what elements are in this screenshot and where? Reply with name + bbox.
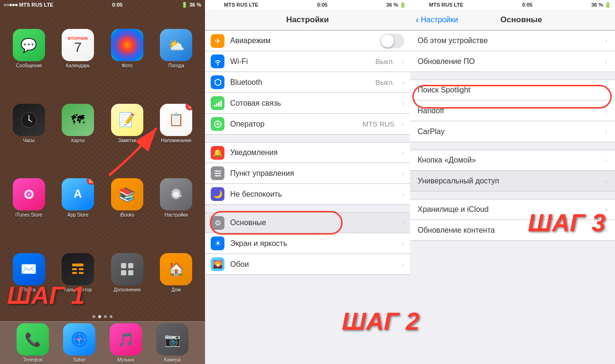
svg-point-6 [28,193,30,195]
sig-r1 [414,4,416,6]
svg-point-35 [215,170,217,172]
svg-rect-26 [214,105,215,107]
left-panel: MTS RUS LTE 0:05 🔋 36 % 💬 Сообщения втор… [0,0,205,364]
back-button[interactable]: ‹ Настройки [416,14,458,25]
photos-label: Фото [121,63,132,68]
general-carplay[interactable]: CarPlay › [410,121,615,142]
gap2 [205,205,410,212]
wifi-icon [211,55,224,68]
app-icon-messages[interactable]: 💬 Сообщения [7,29,51,68]
wifi-label: Wi-Fi [230,57,370,66]
app-icon-clock[interactable]: Часы [7,104,51,143]
general-home-button[interactable]: Кнопка «Домой» › [410,150,615,171]
settings-dnd[interactable]: 🌙 Не беспокоить › [205,184,410,205]
svg-rect-18 [128,270,133,275]
settings-wallpaper[interactable]: 🌄 Обои › [205,254,410,275]
messages-label: Сообщения [16,63,42,68]
settings-group1: ✈ Авиарежим Wi-Fi Выкл. › [205,30,410,135]
cellular-icon [211,96,224,110]
calendar-inner: вторник 7 [68,36,88,54]
appstore-label: App Store [67,212,88,218]
app-icon-notes[interactable]: 📝 Заметки [105,104,149,143]
app-icon-weather[interactable]: ⛅ Погода [155,29,198,68]
settings-wifi[interactable]: Wi-Fi Выкл. › [205,51,410,72]
settings-display[interactable]: ☀ Экран и яркость › [205,233,410,254]
weather-label: Погода [168,63,184,68]
app-icon-calendar[interactable]: вторник 7 Календарь [56,29,100,68]
app-icon-reminders[interactable]: 📋 1 Напоминания [155,104,198,143]
page-dot-4 [110,315,112,318]
notifications-label: Уведомления [230,148,396,157]
messages-icon-img: 💬 [13,29,45,61]
dock-phone[interactable]: 📞 Телефон [17,323,49,363]
settings-general[interactable]: ⚙ Основные › [205,212,410,233]
status-bar-left: MTS RUS LTE 0:05 🔋 36 % [0,0,205,9]
general-gap3 [410,191,615,199]
gap1 [205,135,410,142]
settings-operator[interactable]: Оператор MTS RUS › [205,114,410,135]
nav-bar-right: ‹ Настройки Основные [410,9,615,30]
dock-camera-icon: 📷 [156,323,188,355]
svg-point-37 [216,175,218,177]
handoff-chevron: › [605,107,607,115]
app-icon-home[interactable]: 🏠 Дом [155,253,198,292]
general-accessibility[interactable]: Универсальный доступ › [410,171,615,191]
notes-label: Заметки [118,138,136,143]
settings-control-center[interactable]: Пункт управления › [205,163,410,184]
general-gap1 [410,72,615,80]
reminders-label: Напоминания [161,138,191,143]
status-right-mid: 36 % 🔋 [386,2,406,8]
appstore-icon-img: A 23 [62,178,94,210]
settings-airplane[interactable]: ✈ Авиарежим [205,30,410,51]
battery-icon-right: 🔋 [605,2,611,8]
svg-point-36 [218,173,220,174]
itunes-icon-img: ♪ [13,178,45,210]
home-label: Дом [172,287,181,292]
dock-music[interactable]: 🎵 Музыка [110,323,142,363]
battery-icon-mid: 🔋 [400,2,406,8]
reminders-badge: 1 [186,104,192,110]
general-update[interactable]: Обновление ПО › [410,51,615,72]
page-dot-3 [104,315,107,318]
general-settings-icon: ⚙ [211,216,224,230]
notes-icon-img: 📝 [111,104,143,136]
app-icon-photos[interactable]: Фото [105,29,149,68]
calendar-label: Календарь [66,63,90,68]
sig-r5 [425,4,428,6]
app-grid: 💬 Сообщения вторник 7 Календарь Фото ⛅ П… [0,9,205,312]
status-bar-right: MTS RUS LTE 0:05 36 % 🔋 [410,0,615,9]
signal-dots [4,4,18,6]
status-left: MTS RUS LTE [4,2,53,8]
settings-notifications[interactable]: 🔔 Уведомления › [205,142,410,163]
general-gap2 [410,142,615,150]
sig-m1 [209,4,211,6]
app-icon-ibooks[interactable]: 📚 iBooks [105,178,149,218]
app-icon-appstore[interactable]: A 23 App Store [56,178,100,218]
wallpaper-icon: 🌄 [211,257,224,271]
app-icon-itunes[interactable]: ♪ iTunes Store [7,178,51,218]
general-about[interactable]: Об этом устройстве › [410,30,615,51]
dock-safari[interactable]: Safari [63,323,95,363]
settings-bluetooth[interactable]: ⬡ Bluetooth Выкл. › [205,72,410,93]
app-icon-maps[interactable]: 🗺 Карты [56,104,100,143]
general-handoff[interactable]: Handoff › [410,100,615,121]
dock-phone-label: Телефон [23,357,42,363]
back-label: Настройки [421,16,458,24]
airplane-toggle[interactable] [380,34,404,48]
dnd-chevron: › [402,191,404,198]
dock-camera[interactable]: 📷 Камера [156,323,188,363]
battery-mid: 36 % [386,2,398,8]
bluetooth-icon: ⬡ [211,75,224,89]
status-bar-middle: MTS RUS LTE 0:05 36 % 🔋 [205,0,410,9]
app-icon-settings[interactable]: Настройки [155,178,198,218]
bluetooth-label: Bluetooth [230,78,370,87]
bluetooth-value: Выкл. [375,78,394,86]
general-spotlight[interactable]: Поиск Spotlight › [410,80,615,100]
dock-music-icon: 🎵 [110,323,142,355]
general-label: Основные [230,218,396,227]
dock-safari-label: Safari [73,357,85,363]
time-left: 0:05 [112,2,122,8]
sig-m2 [212,4,214,6]
settings-cellular[interactable]: Сотовая связь › [205,93,410,114]
app-icon-addons[interactable]: Дополнения [105,253,149,292]
